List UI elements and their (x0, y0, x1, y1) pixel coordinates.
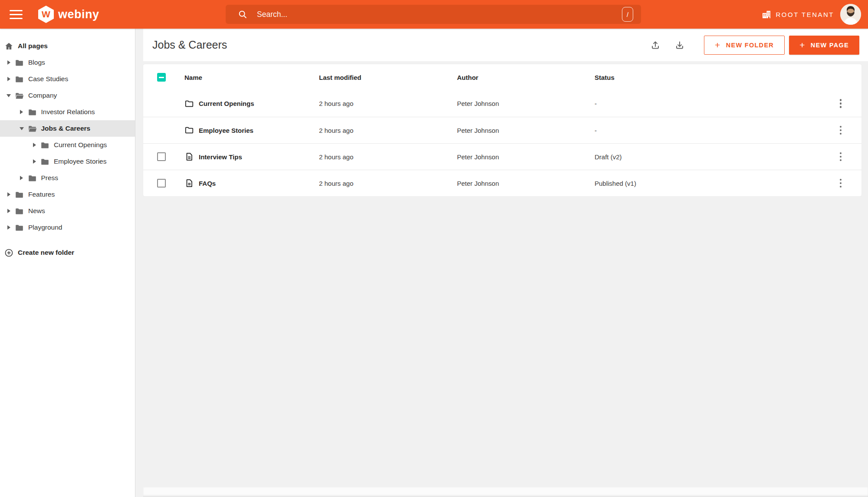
last-modified-cell: 2 hours ago (319, 153, 457, 161)
sidebar-item-label: Company (28, 92, 57, 99)
caret-icon[interactable] (19, 126, 24, 131)
sidebar-folder-item[interactable]: Employee Stories (0, 153, 135, 170)
sidebar-folder-item[interactable]: Case Studies (0, 71, 135, 87)
folder-icon (15, 207, 24, 216)
folder-outline-icon (184, 99, 194, 109)
table-row[interactable]: FAQs 2 hours ago Peter Johnson Published… (143, 170, 861, 196)
last-modified-cell: 2 hours ago (319, 127, 457, 134)
folder-tree-sidebar: All pages Blogs Case Studies (0, 29, 135, 497)
logo-wordmark: webiny (58, 8, 99, 21)
column-header-status[interactable]: Status (595, 74, 820, 81)
caret-icon[interactable] (6, 60, 11, 65)
page-title: Jobs & Careers (152, 39, 227, 51)
sidebar-folder-item[interactable]: Features (0, 186, 135, 203)
logo-letter: W (42, 9, 50, 20)
folder-icon (15, 190, 24, 199)
folder-icon (40, 157, 49, 166)
row-actions-menu-icon[interactable] (837, 176, 845, 191)
sidebar-folder-item[interactable]: Current Openings (0, 137, 135, 153)
caret-icon[interactable] (19, 109, 24, 115)
caret-icon[interactable] (6, 93, 11, 98)
sidebar-item-label: News (28, 207, 45, 215)
home-icon (4, 42, 13, 51)
status-cell: Published (v1) (595, 180, 820, 187)
table-row[interactable]: Interview Tips 2 hours ago Peter Johnson… (143, 143, 861, 170)
caret-icon[interactable] (6, 192, 11, 197)
new-page-button[interactable]: + NEW PAGE (789, 36, 859, 55)
row-actions-menu-icon[interactable] (837, 123, 845, 138)
folder-icon (40, 141, 49, 150)
caret-icon[interactable] (6, 76, 11, 82)
folder-icon (15, 223, 24, 232)
slash-char: / (627, 11, 628, 18)
plus-icon: + (799, 40, 806, 49)
building-icon (761, 9, 772, 20)
sidebar-item-label: Employee Stories (54, 158, 106, 165)
row-checkbox[interactable] (157, 179, 166, 188)
name-cell: Current Openings (184, 99, 319, 109)
caret-icon[interactable] (6, 225, 11, 230)
user-avatar[interactable] (840, 4, 861, 25)
sidebar-folder-item[interactable]: Press (0, 170, 135, 186)
column-header-name[interactable]: Name (184, 74, 319, 81)
sidebar-folder-item[interactable]: Playground (0, 219, 135, 236)
name-cell: Interview Tips (184, 152, 319, 161)
last-modified-cell: 2 hours ago (319, 180, 457, 187)
search-icon (238, 10, 247, 19)
row-actions-menu-icon[interactable] (837, 150, 845, 164)
caret-icon[interactable] (19, 175, 24, 181)
slash-shortcut-key: / (622, 7, 633, 22)
author-cell: Peter Johnson (457, 180, 595, 187)
create-new-folder-button[interactable]: Create new folder (0, 244, 135, 261)
entry-name: Employee Stories (199, 127, 253, 134)
pages-table: Name Last modified Author Status Current… (143, 64, 861, 196)
new-folder-label: NEW FOLDER (726, 42, 774, 49)
main-content: Jobs & Careers + NEW FOLDER (135, 29, 868, 497)
sidebar-folder-item[interactable]: Company (0, 87, 135, 104)
sidebar-folder-item[interactable]: Blogs (0, 54, 135, 71)
sidebar-folder-list: Blogs Case Studies Company In (0, 54, 135, 236)
row-checkbox[interactable] (157, 152, 166, 161)
sidebar-folder-item[interactable]: Jobs & Careers (0, 120, 135, 137)
name-cell: Employee Stories (184, 125, 319, 135)
top-bar: W webiny / (0, 0, 868, 29)
caret-icon[interactable] (32, 142, 37, 148)
caret-icon[interactable] (6, 208, 11, 214)
export-download-button[interactable] (671, 36, 688, 54)
row-actions-menu-icon[interactable] (837, 96, 845, 111)
column-header-author[interactable]: Author (457, 74, 595, 81)
document-icon (184, 178, 194, 188)
download-icon (674, 40, 685, 50)
upload-icon (650, 40, 661, 50)
sidebar-folder-item[interactable]: News (0, 203, 135, 219)
folder-icon (28, 174, 37, 183)
search-input[interactable] (257, 10, 622, 19)
folder-icon (28, 108, 37, 117)
table-row[interactable]: Current Openings 2 hours ago Peter Johns… (143, 90, 861, 117)
search-bar[interactable]: / (226, 5, 641, 24)
caret-icon[interactable] (32, 159, 37, 164)
entry-name: FAQs (199, 180, 216, 187)
table-row[interactable]: Employee Stories 2 hours ago Peter Johns… (143, 117, 861, 143)
author-cell: Peter Johnson (457, 153, 595, 161)
plus-icon: + (715, 40, 721, 49)
select-all-checkbox[interactable] (157, 73, 166, 82)
sidebar-item-label: Current Openings (54, 141, 107, 149)
sidebar-folder-item[interactable]: Investor Relations (0, 104, 135, 120)
header-actions: + NEW FOLDER + NEW PAGE (647, 36, 859, 55)
webiny-logo[interactable]: W webiny (38, 6, 99, 23)
hamburger-menu-icon[interactable] (6, 6, 26, 23)
author-cell: Peter Johnson (457, 100, 595, 107)
column-header-last-modified[interactable]: Last modified (319, 74, 457, 81)
import-upload-button[interactable] (647, 36, 664, 54)
sidebar-item-all-pages[interactable]: All pages (0, 38, 135, 54)
tenant-selector[interactable]: ROOT TENANT (761, 9, 834, 20)
horizontal-scrollbar-track[interactable] (143, 487, 868, 497)
circle-plus-icon (4, 248, 13, 257)
table-header-row: Name Last modified Author Status (143, 64, 861, 90)
status-cell: Draft (v2) (595, 153, 820, 161)
new-folder-button[interactable]: + NEW FOLDER (704, 36, 785, 55)
tenant-label: ROOT TENANT (776, 11, 834, 18)
sidebar-item-label: Playground (28, 224, 62, 231)
folder-open-icon (15, 91, 24, 100)
